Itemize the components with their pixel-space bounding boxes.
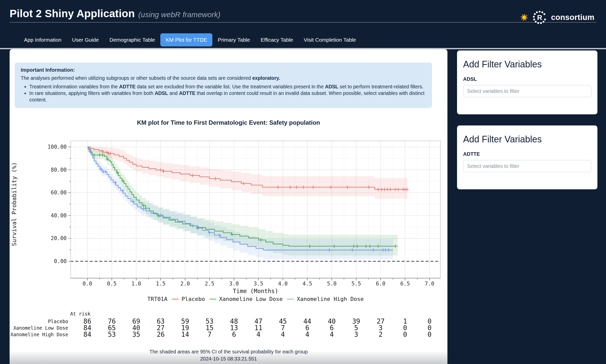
- important-information-alert: Important Information: The analyses perf…: [15, 63, 432, 108]
- tab-user-guide[interactable]: User Guide: [67, 33, 104, 46]
- filter-dataset-label-adsl: ADSL: [463, 76, 591, 82]
- tab-efficacy-table[interactable]: Efficacy Table: [255, 33, 298, 46]
- legend-item-xanomeline-low-dose: Xanomeline Low Dose: [209, 296, 283, 302]
- ci-footnote: The shaded areas are 95% CI of the survi…: [10, 349, 447, 355]
- km-plot-legend: TRT01APlaceboXanomeline Low DoseXanomeli…: [71, 296, 440, 302]
- tab-km-plot-for-ttde[interactable]: KM Plot for TTDE: [160, 33, 212, 46]
- text-segment: ADSL: [155, 90, 168, 96]
- filter-card-adtte: Add Filter Variables ADTTE: [457, 125, 597, 189]
- text-segment: and: [168, 90, 179, 96]
- filter-card-heading: Add Filter Variables: [463, 134, 591, 145]
- tab-visit-completion-table[interactable]: Visit Completion Table: [298, 33, 361, 46]
- tab-app-information[interactable]: App Information: [19, 33, 67, 46]
- legend-label: Xanomeline High Dose: [297, 296, 364, 302]
- legend-label: Placebo: [182, 296, 205, 302]
- text-segment: ADSL: [325, 84, 338, 89]
- km-plot-title: KM plot for Time to First Dermatologic E…: [10, 119, 447, 126]
- app-header: Pilot 2 Shiny Application (using webR fr…: [10, 8, 220, 20]
- alert-bullet: Treatment information variables from the…: [29, 83, 426, 90]
- tab-demographic-table[interactable]: Demographic Table: [104, 33, 160, 46]
- legend-item-placebo: Placebo: [172, 296, 205, 302]
- legend-swatch-icon: [209, 299, 216, 300]
- legend-label: Xanomeline Low Dose: [219, 296, 283, 302]
- text-segment: Treatment information variables from the: [29, 84, 119, 89]
- text-segment: set to perform treatment-related filters…: [338, 84, 423, 89]
- filter-card-adsl: Add Filter Variables ADSL: [457, 50, 597, 114]
- legend-title: TRT01A: [147, 296, 167, 302]
- adsl-filter-variables-input[interactable]: [463, 85, 591, 97]
- adtte-filter-variables-input[interactable]: [463, 160, 591, 172]
- sun-icon: ☀️: [520, 14, 528, 21]
- nav-tab-bar: App InformationUser GuideDemographic Tab…: [19, 33, 361, 46]
- alert-heading: Important Information:: [21, 67, 426, 73]
- filter-card-heading: Add Filter Variables: [463, 59, 591, 70]
- tab-primary-table[interactable]: Primary Table: [212, 33, 255, 46]
- header-divider: [10, 22, 596, 22]
- r-consortium-logo-icon: R: [532, 10, 547, 25]
- text-segment: ADTTE: [179, 90, 195, 96]
- filter-dataset-label-adtte: ADTTE: [463, 151, 591, 157]
- header-brand: ☀️ R consortium: [520, 10, 594, 25]
- text-segment: ADTTE: [119, 84, 136, 89]
- svg-text:R: R: [537, 14, 542, 21]
- timestamp-footnote: 2024-10-15 08:33:21.551: [10, 356, 447, 362]
- text-segment: The analyses performed when utilizing su…: [21, 75, 252, 81]
- app-title: Pilot 2 Shiny Application: [10, 8, 135, 20]
- legend-item-xanomeline-high-dose: Xanomeline High Dose: [287, 296, 364, 302]
- alert-bullet: In rare situations, applying filters wit…: [29, 90, 426, 103]
- legend-swatch-icon: [287, 299, 294, 300]
- text-segment: In rare situations, applying filters wit…: [29, 90, 155, 96]
- text-segment: data set are excluded from the variable …: [136, 84, 325, 89]
- text-segment: exploratory.: [252, 75, 280, 81]
- logo-wordmark: consortium: [551, 13, 594, 22]
- legend-swatch-icon: [172, 299, 179, 300]
- alert-bullet-list: Treatment information variables from the…: [21, 83, 426, 103]
- app-subtitle: (using webR framework): [138, 10, 220, 19]
- alert-intro-text: The analyses performed when utilizing su…: [21, 75, 426, 81]
